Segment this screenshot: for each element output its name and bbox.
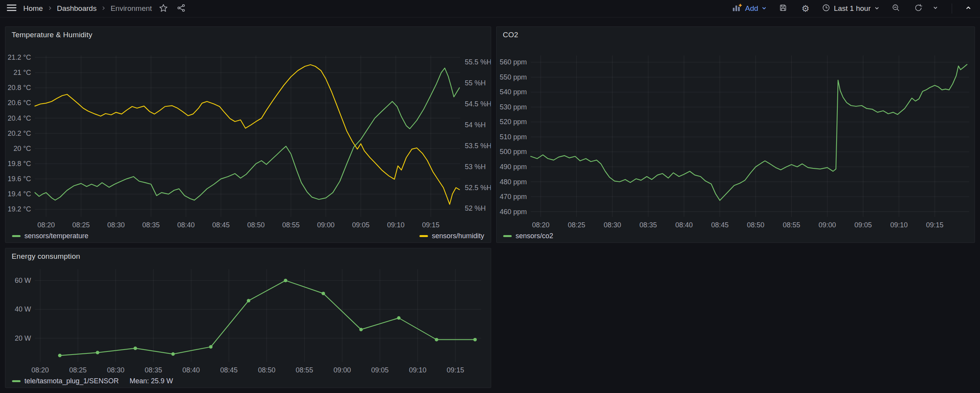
svg-text:08:50: 08:50 xyxy=(247,221,265,229)
save-dashboard-button[interactable] xyxy=(777,2,789,15)
svg-text:08:35: 08:35 xyxy=(640,221,657,229)
svg-text:09:15: 09:15 xyxy=(447,366,464,374)
top-navigation-bar: Home Dashboards Environment Add xyxy=(0,0,980,17)
svg-text:21.2 °C: 21.2 °C xyxy=(8,54,31,61)
temperature-humidity-chart[interactable]: 08:2008:2508:3008:3508:4008:4508:5008:55… xyxy=(5,42,491,232)
favorite-dashboard-button[interactable] xyxy=(157,2,170,15)
svg-text:09:10: 09:10 xyxy=(387,221,404,229)
svg-text:54 %H: 54 %H xyxy=(465,121,486,129)
add-panel-icon xyxy=(732,3,742,14)
legend: tele/tasmota_plug_1/SENSOR Mean: 25.9 W xyxy=(12,376,484,386)
svg-text:08:20: 08:20 xyxy=(31,366,49,374)
breadcrumb-dashboards[interactable]: Dashboards xyxy=(57,4,97,13)
legend-label-energy: tele/tasmota_plug_1/SENSOR xyxy=(24,377,119,385)
svg-text:09:05: 09:05 xyxy=(352,221,369,229)
panel-energy-consumption: Energy consumption 08:2008:2508:3008:350… xyxy=(5,248,491,388)
gear-icon: ⚙ xyxy=(802,4,810,13)
svg-text:19.4 °C: 19.4 °C xyxy=(8,190,31,198)
panel-title[interactable]: Energy consumption xyxy=(12,252,80,261)
chevron-down-icon xyxy=(933,5,938,12)
menu-toggle-button[interactable] xyxy=(5,2,18,15)
svg-text:490 ppm: 490 ppm xyxy=(500,163,527,171)
chevron-up-icon xyxy=(965,5,971,12)
legend-color-co2 xyxy=(503,235,512,237)
legend-item-temperature[interactable]: sensors/temperature xyxy=(12,232,88,240)
svg-text:40 W: 40 W xyxy=(15,305,31,313)
svg-text:08:20: 08:20 xyxy=(532,221,549,229)
svg-text:09:05: 09:05 xyxy=(371,366,388,374)
svg-text:08:25: 08:25 xyxy=(568,221,585,229)
svg-text:08:30: 08:30 xyxy=(604,221,621,229)
svg-text:19.8 °C: 19.8 °C xyxy=(8,160,31,168)
svg-text:19.2 °C: 19.2 °C xyxy=(8,205,31,213)
svg-text:20.2 °C: 20.2 °C xyxy=(8,130,31,137)
dashboard-settings-button[interactable]: ⚙ xyxy=(799,2,812,15)
legend-color-temperature xyxy=(12,235,21,237)
nav-divider xyxy=(952,3,952,14)
time-range-picker[interactable]: Last 1 hour xyxy=(822,3,880,14)
svg-text:55.5 %H: 55.5 %H xyxy=(465,58,491,66)
legend-item-energy[interactable]: tele/tasmota_plug_1/SENSOR Mean: 25.9 W xyxy=(12,377,173,385)
svg-text:08:50: 08:50 xyxy=(258,366,275,374)
svg-text:08:30: 08:30 xyxy=(107,221,125,229)
svg-text:09:10: 09:10 xyxy=(409,366,426,374)
svg-text:52.5 %H: 52.5 %H xyxy=(465,184,491,192)
svg-text:21 °C: 21 °C xyxy=(14,69,31,76)
zoom-out-time-button[interactable] xyxy=(890,2,902,15)
legend-item-humidity[interactable]: sensors/humidity xyxy=(419,232,484,240)
svg-text:19.6 °C: 19.6 °C xyxy=(8,175,31,183)
chevron-right-icon xyxy=(101,4,106,13)
panel-co2: CO2 08:2008:2508:3008:3508:4008:4508:500… xyxy=(496,26,975,243)
svg-text:08:20: 08:20 xyxy=(37,221,55,229)
svg-text:54.5 %H: 54.5 %H xyxy=(465,100,491,108)
refresh-dashboard-button[interactable] xyxy=(912,2,925,15)
svg-text:08:40: 08:40 xyxy=(177,221,195,229)
share-dashboard-button[interactable] xyxy=(175,2,188,15)
legend-item-co2[interactable]: sensors/co2 xyxy=(503,232,553,240)
svg-text:470 ppm: 470 ppm xyxy=(500,193,527,201)
svg-text:55 %H: 55 %H xyxy=(465,79,486,87)
add-panel-button[interactable]: Add xyxy=(732,3,767,14)
legend-color-humidity xyxy=(419,235,428,237)
legend: sensors/temperature sensors/humidity xyxy=(12,231,484,241)
refresh-interval-dropdown[interactable] xyxy=(929,2,942,15)
svg-text:20.4 °C: 20.4 °C xyxy=(8,114,31,122)
svg-text:20.6 °C: 20.6 °C xyxy=(8,99,31,107)
svg-text:08:55: 08:55 xyxy=(783,221,800,229)
svg-text:09:15: 09:15 xyxy=(422,221,440,229)
panel-title[interactable]: CO2 xyxy=(503,31,518,39)
panel-temperature-humidity: Temperature & Humidity 08:2008:2508:3008… xyxy=(5,26,491,243)
svg-text:08:45: 08:45 xyxy=(711,221,728,229)
svg-text:08:25: 08:25 xyxy=(69,366,86,374)
legend-label-humidity: sensors/humidity xyxy=(432,232,484,240)
svg-text:480 ppm: 480 ppm xyxy=(500,178,527,186)
svg-text:09:00: 09:00 xyxy=(819,221,836,229)
svg-text:08:30: 08:30 xyxy=(107,366,124,374)
breadcrumb-home[interactable]: Home xyxy=(23,4,43,13)
breadcrumb: Home Dashboards Environment xyxy=(23,4,152,13)
save-icon xyxy=(779,3,787,14)
energy-consumption-chart[interactable]: 08:2008:2508:3008:3508:4008:4508:5008:55… xyxy=(5,264,491,377)
co2-chart[interactable]: 08:2008:2508:3008:3508:4008:4508:5008:55… xyxy=(497,42,975,232)
svg-text:510 ppm: 510 ppm xyxy=(500,133,527,141)
collapse-navbar-button[interactable] xyxy=(962,2,975,15)
legend: sensors/co2 xyxy=(503,231,968,241)
svg-text:09:15: 09:15 xyxy=(926,221,944,229)
svg-text:09:05: 09:05 xyxy=(854,221,872,229)
svg-text:20.8 °C: 20.8 °C xyxy=(8,84,31,92)
svg-text:08:50: 08:50 xyxy=(747,221,764,229)
clock-icon xyxy=(822,3,830,14)
svg-text:09:00: 09:00 xyxy=(333,366,351,374)
svg-text:08:35: 08:35 xyxy=(145,366,162,374)
svg-text:550 ppm: 550 ppm xyxy=(500,73,527,81)
svg-text:08:55: 08:55 xyxy=(282,221,300,229)
legend-label-co2: sensors/co2 xyxy=(516,232,553,240)
svg-text:460 ppm: 460 ppm xyxy=(500,208,527,216)
panel-title[interactable]: Temperature & Humidity xyxy=(12,31,92,39)
svg-text:08:45: 08:45 xyxy=(212,221,229,229)
svg-text:09:00: 09:00 xyxy=(317,221,335,229)
svg-text:530 ppm: 530 ppm xyxy=(500,103,527,111)
chevron-right-icon xyxy=(47,4,53,13)
svg-text:08:45: 08:45 xyxy=(220,366,238,374)
svg-text:08:40: 08:40 xyxy=(183,366,200,374)
